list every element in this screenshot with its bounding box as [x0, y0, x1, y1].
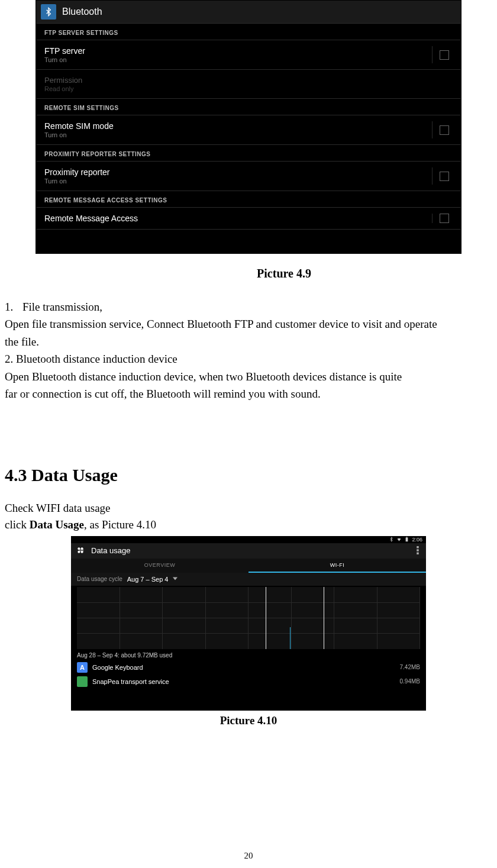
chart-selection-handles[interactable]	[266, 587, 324, 649]
row-subtitle: Turn on	[44, 131, 425, 138]
paragraph: Check WIFI data usage click Data Usage, …	[0, 500, 497, 534]
status-time: 2:06	[412, 537, 422, 543]
page-number: 20	[0, 851, 497, 861]
svg-point-2	[78, 547, 80, 550]
checkbox[interactable]	[440, 172, 449, 181]
bluetooth-status-icon	[389, 537, 394, 542]
checkbox[interactable]	[440, 214, 449, 223]
svg-rect-6	[417, 546, 419, 548]
paragraph-line: click Data Usage, as Picture 4.10	[5, 517, 492, 534]
paragraph-line: Check WIFI data usage	[5, 500, 492, 517]
app-icon: A	[77, 662, 88, 673]
overflow-menu-icon[interactable]	[414, 546, 421, 556]
data-usage-screenshot: 2:06 Data usage OVERVIEW WI-FI Data usag…	[71, 536, 426, 711]
app-name: SnapPea transport service	[92, 678, 395, 685]
svg-point-4	[78, 550, 80, 553]
row-title: Remote SIM mode	[44, 121, 425, 131]
row-title: FTP server	[44, 46, 425, 56]
row-subtitle: Turn on	[44, 56, 425, 63]
wifi-status-icon	[396, 537, 402, 542]
app-name: Google Keyboard	[92, 664, 395, 671]
section-header: PROXIMITY REPORTER SETTINGS	[36, 145, 461, 162]
row-subtitle: Read only	[44, 85, 453, 92]
tab-overview[interactable]: OVERVIEW	[71, 559, 248, 573]
list-item-title: File transmission,	[22, 298, 102, 315]
back-icon[interactable]	[76, 546, 85, 556]
svg-point-3	[81, 547, 83, 550]
section-header: REMOTE MESSAGE ACCESS SETTINGS	[36, 191, 461, 208]
svg-point-5	[81, 550, 83, 553]
settings-row-ftp-server[interactable]: FTP server Turn on	[36, 40, 461, 70]
paragraph: far or connection is cut off, the Blueto…	[5, 385, 492, 402]
app-usage-row[interactable]: SnapPea transport service 0.94MB	[71, 675, 426, 689]
paragraph: Open file transmission service, Connect …	[5, 315, 492, 333]
row-title: Permission	[44, 76, 453, 85]
bluetooth-header: Bluetooth	[36, 1, 461, 24]
row-subtitle: Turn on	[44, 178, 425, 185]
app-icon	[77, 676, 88, 687]
row-title: Proximity reporter	[44, 167, 425, 177]
app-size: 0.94MB	[400, 678, 420, 685]
cycle-label: Data usage cycle	[77, 576, 122, 582]
figure-caption: Picture 4.9	[0, 267, 497, 280]
usage-chart[interactable]	[77, 587, 420, 649]
svg-rect-0	[406, 538, 408, 542]
app-size: 7.42MB	[400, 664, 420, 670]
figure-caption: Picture 4.10	[0, 714, 497, 727]
body-text: 1. File transmission, Open file transmis…	[0, 298, 497, 403]
data-cycle-row[interactable]: Data usage cycle Aug 7 – Sep 4	[71, 573, 426, 586]
paragraph: Open Bluetooth distance induction device…	[5, 368, 492, 385]
svg-rect-8	[417, 552, 419, 554]
paragraph: the file.	[5, 333, 492, 350]
svg-rect-7	[417, 549, 419, 551]
tab-wifi[interactable]: WI-FI	[248, 559, 426, 573]
cycle-value: Aug 7 – Sep 4	[127, 576, 169, 583]
bluetooth-settings-screenshot: Bluetooth FTP SERVER SETTINGS FTP server…	[36, 0, 462, 254]
section-heading: 4.3 Data Usage	[0, 465, 497, 485]
section-header: FTP SERVER SETTINGS	[36, 24, 461, 40]
range-summary: Aug 28 – Sep 4: about 9.72MB used	[71, 650, 426, 660]
list-item-title: 2. Bluetooth distance induction device	[5, 350, 492, 367]
tabs: OVERVIEW WI-FI	[71, 559, 426, 573]
settings-row-remote-sim[interactable]: Remote SIM mode Turn on	[36, 115, 461, 145]
checkbox[interactable]	[440, 50, 449, 60]
data-usage-header: Data usage	[71, 543, 426, 559]
settings-row-permission: Permission Read only	[36, 70, 461, 99]
settings-row-remote-message[interactable]: Remote Message Access	[36, 208, 461, 230]
svg-rect-1	[406, 537, 408, 538]
settings-row-proximity[interactable]: Proximity reporter Turn on	[36, 162, 461, 191]
app-usage-row[interactable]: A Google Keyboard 7.42MB	[71, 660, 426, 675]
data-usage-title: Data usage	[91, 546, 408, 555]
status-bar: 2:06	[71, 536, 426, 543]
list-number: 1.	[5, 298, 22, 315]
battery-status-icon	[404, 537, 409, 542]
checkbox[interactable]	[440, 125, 449, 135]
bluetooth-icon	[41, 4, 56, 20]
bluetooth-title: Bluetooth	[62, 7, 102, 17]
section-header: REMOTE SIM SETTINGS	[36, 99, 461, 115]
dropdown-caret-icon	[173, 576, 178, 582]
row-title: Remote Message Access	[44, 214, 425, 223]
